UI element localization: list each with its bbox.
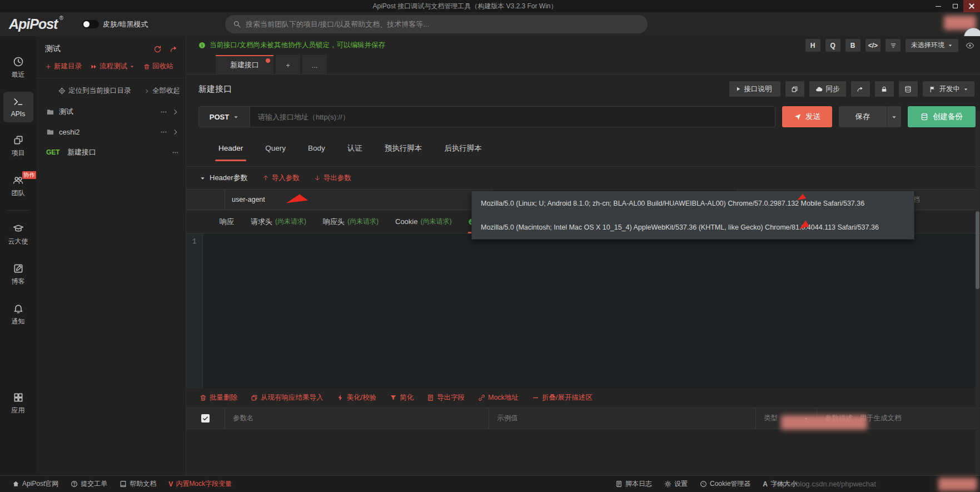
sidebar-item-apis[interactable]: APIs [3, 92, 33, 122]
method-select[interactable]: POST [199, 107, 250, 127]
tab-response[interactable]: 响应 [220, 210, 234, 233]
query-button[interactable]: Q [825, 39, 840, 52]
lock-button[interactable] [875, 81, 894, 97]
official-site-link[interactable]: ApiPost官网 [12, 479, 58, 489]
simplify-button[interactable]: 简化 [390, 393, 414, 402]
tab-post-script[interactable]: 后执行脚本 [443, 130, 483, 167]
folder-row-ceshi2[interactable]: ceshi2 [36, 122, 186, 142]
tab-pre-script[interactable]: 预执行脚本 [384, 130, 424, 167]
tab-request-headers[interactable]: 请求头 (尚未请求) [251, 210, 306, 233]
doc-tab-add[interactable]: + [276, 55, 300, 74]
dev-status-select[interactable]: 开发中 [923, 81, 975, 97]
arrow-up-icon [262, 175, 269, 181]
main-scrollbar-track[interactable] [976, 111, 979, 475]
unsaved-dot [266, 58, 270, 63]
mock-variables-link[interactable]: V 内置Mock字段变量 [168, 479, 232, 489]
search-input[interactable] [246, 20, 640, 28]
save-button[interactable]: 保存 [839, 106, 887, 127]
apps-grid-icon [13, 392, 24, 403]
preview-eye-button[interactable] [966, 41, 974, 51]
import-from-response-button[interactable]: 从现有响应结果导入 [251, 393, 324, 402]
minimize-button[interactable] [930, 0, 947, 12]
history-button[interactable]: H [805, 39, 820, 52]
share-button[interactable] [851, 81, 870, 97]
document-icon [427, 394, 434, 401]
flow-test-button[interactable]: 流程测试 [91, 62, 135, 71]
collapse-desc-button[interactable]: 折叠/展开描述区 [532, 393, 593, 402]
export-params-button[interactable]: 导出参数 [314, 173, 351, 183]
suggestion-option-1[interactable]: Mozilla/5.0 (Linux; U; Android 8.1.0; zh… [472, 191, 914, 215]
refresh-icon[interactable] [153, 45, 162, 53]
import-params-button[interactable]: 导入参数 [262, 173, 300, 183]
code-button[interactable]: </> [865, 39, 880, 52]
more-icon[interactable] [160, 128, 167, 136]
save-caret-button[interactable] [887, 106, 901, 127]
response-editor[interactable]: 1 [186, 233, 976, 388]
arrow-down-icon [314, 175, 321, 181]
folder-row-test[interactable]: 测试 [36, 101, 186, 122]
api-row-new-api[interactable]: GET 新建接口 [36, 142, 186, 163]
tab-response-headers[interactable]: 响应头 (尚未请求) [323, 210, 379, 233]
sidebar-item-team[interactable]: 协作 团队 [3, 170, 33, 202]
submit-ticket-link[interactable]: 提交工单 [71, 479, 107, 489]
export-fields-button[interactable]: 导出字段 [427, 393, 465, 402]
sidebar-item-blog[interactable]: 博客 [3, 259, 33, 291]
environment-select[interactable]: 未选择环境 [906, 39, 958, 52]
cookie-icon [700, 480, 707, 488]
settings-link[interactable]: 设置 [664, 479, 688, 489]
maximize-icon [953, 4, 958, 8]
locate-current-link[interactable]: 定位到当前接口目录 [68, 86, 131, 96]
more-icon[interactable] [160, 108, 167, 116]
url-input[interactable] [250, 107, 775, 127]
maximize-button[interactable] [947, 0, 963, 12]
chevron-right-icon[interactable] [172, 108, 179, 116]
backup-list-button[interactable] [899, 81, 918, 97]
chevron-right-icon[interactable] [172, 128, 179, 136]
tab-query[interactable]: Query [264, 131, 287, 166]
help-docs-link[interactable]: 帮助文档 [120, 479, 156, 489]
copy-button[interactable] [785, 81, 804, 97]
mock-url-button[interactable]: Mock地址 [478, 393, 519, 402]
param-checkbox-cell[interactable] [186, 190, 225, 210]
doc-tab-more[interactable]: ... [302, 55, 327, 74]
script-log-link[interactable]: 脚本日志 [615, 479, 652, 489]
sync-button[interactable]: 同步 [809, 81, 846, 97]
send-button[interactable]: 发送 [782, 106, 832, 127]
recycle-bin-button[interactable]: 回收站 [143, 62, 173, 71]
apipost-window: ApiPost 接口调试与文档管理工具（构建版本 V3.2.3 For Win）… [0, 0, 980, 492]
body-button[interactable]: B [845, 39, 860, 52]
caret-down-icon [200, 175, 206, 181]
sidebar-item-apps[interactable]: 应用 [3, 387, 33, 420]
sidebar-item-projects[interactable]: 项目 [3, 130, 33, 162]
cookie-manager-link[interactable]: Cookie管理器 [700, 479, 750, 489]
tab-auth[interactable]: 认证 [346, 130, 364, 167]
close-button[interactable] [963, 0, 980, 12]
sidebar-item-recent[interactable]: 最近 [3, 52, 33, 84]
tab-header[interactable]: Header [217, 131, 244, 166]
main-scrollbar-thumb[interactable] [976, 211, 979, 289]
share-icon[interactable] [170, 45, 178, 53]
filter-button[interactable] [886, 39, 901, 52]
minus-icon [532, 394, 539, 401]
caret-down-icon [891, 114, 897, 120]
api-description-button[interactable]: 接口说明 [729, 81, 780, 97]
sidebar-item-ambassador[interactable]: 云大使 [3, 218, 33, 251]
more-icon[interactable] [172, 149, 179, 156]
beautify-validate-button[interactable]: 美化/校验 [337, 393, 376, 402]
new-directory-button[interactable]: 新建目录 [45, 62, 82, 71]
batch-delete-button[interactable]: 批量删除 [200, 393, 237, 402]
collapse-all-link[interactable]: 全部收起 [152, 86, 180, 96]
select-all-checkbox[interactable] [201, 414, 210, 423]
sidebar-item-notifications[interactable]: 通知 [3, 299, 33, 331]
editor-body[interactable] [203, 233, 976, 388]
create-backup-button[interactable]: 创建备份 [908, 106, 976, 127]
col-example-value[interactable]: 示例值 [489, 408, 756, 429]
doc-tab-active[interactable]: 新建接口 [216, 55, 273, 74]
tab-cookie[interactable]: Cookie (尚未请求) [395, 210, 451, 233]
header-params-toggle[interactable]: Header参数 [200, 173, 248, 183]
theme-toggle[interactable]: 皮肤/暗黑模式 [82, 19, 148, 29]
col-param-name[interactable]: 参数名 [225, 408, 489, 429]
info-icon [198, 42, 206, 49]
tab-body[interactable]: Body [307, 131, 326, 166]
suggestion-option-2[interactable]: Mozilla/5.0 (Macintosh; Intel Mac OS X 1… [472, 215, 914, 239]
